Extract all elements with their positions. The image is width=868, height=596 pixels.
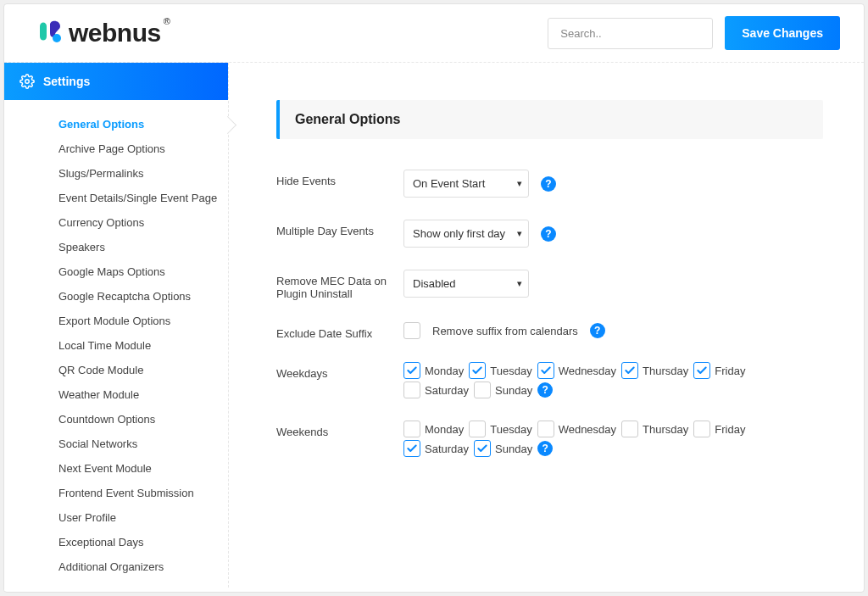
day-item: Wednesday — [537, 421, 616, 437]
sidebar: Settings General OptionsArchive Page Opt… — [4, 63, 229, 588]
checkbox-day[interactable] — [474, 382, 491, 398]
sidebar-title: Settings — [43, 75, 90, 88]
sidebar-item[interactable]: Additional Organizers — [4, 554, 228, 579]
checkbox-day[interactable] — [403, 421, 420, 437]
sidebar-item[interactable]: Archive Page Options — [4, 136, 228, 161]
checkbox-day[interactable] — [693, 421, 710, 437]
day-item: Wednesday — [537, 362, 616, 379]
sidebar-item[interactable]: Local Time Module — [4, 333, 228, 358]
day-item: Sunday — [474, 440, 532, 457]
day-label: Friday — [715, 423, 745, 436]
sidebar-item[interactable]: Countdown Options — [4, 407, 228, 432]
sidebar-item[interactable]: Event Details/Single Event Page — [4, 186, 228, 210]
sidebar-item[interactable]: Export Module Options — [4, 309, 228, 333]
day-label: Thursday — [643, 365, 688, 377]
sidebar-item[interactable]: Speakers — [4, 235, 228, 259]
select-multiple-day[interactable]: Show only first day — [403, 220, 529, 248]
day-item: Saturday — [403, 382, 469, 398]
sidebar-item[interactable]: Google Recaptcha Options — [4, 284, 228, 309]
label-multiple-day: Multiple Day Events — [276, 220, 403, 237]
checkbox-day[interactable] — [469, 362, 486, 379]
checkbox-day[interactable] — [474, 440, 491, 457]
help-icon[interactable]: ? — [541, 176, 556, 192]
svg-point-1 — [25, 80, 30, 84]
sidebar-item[interactable]: Slugs/Permalinks — [4, 161, 228, 186]
sidebar-item[interactable]: Frontend Event Submission — [4, 481, 228, 505]
day-label: Monday — [425, 423, 464, 436]
day-label: Friday — [715, 365, 745, 377]
sidebar-item[interactable]: General Options — [4, 112, 228, 136]
checkbox-day[interactable] — [537, 362, 554, 379]
label-remove-data: Remove MEC Data on Plugin Uninstall — [276, 270, 403, 300]
day-label: Sunday — [495, 384, 532, 397]
help-icon[interactable]: ? — [541, 226, 556, 242]
label-weekdays: Weekdays — [276, 362, 403, 380]
day-label: Wednesday — [559, 365, 616, 377]
sidebar-item[interactable]: Exceptional Days — [4, 530, 228, 554]
checkbox-day[interactable] — [403, 440, 420, 457]
svg-point-0 — [53, 34, 61, 42]
sidebar-item[interactable]: Google Maps Options — [4, 259, 228, 284]
sidebar-item[interactable]: QR Code Module — [4, 358, 228, 382]
checkbox-day[interactable] — [403, 362, 420, 379]
logo-mark-icon — [35, 18, 67, 48]
day-item: Thursday — [621, 421, 688, 437]
registered-mark: ® — [164, 16, 170, 26]
checkbox-day[interactable] — [693, 362, 710, 379]
label-hide-events: Hide Events — [276, 170, 403, 187]
sidebar-header[interactable]: Settings — [4, 63, 228, 100]
checkbox-day[interactable] — [537, 421, 554, 437]
day-label: Tuesday — [490, 365, 531, 377]
day-item: Monday — [403, 421, 464, 437]
header: webnus ® Save Changes — [4, 4, 864, 63]
checkbox-day[interactable] — [621, 362, 638, 379]
select-hide-events[interactable]: On Event Start — [403, 170, 529, 198]
main-panel: General Options Hide Events On Event Sta… — [229, 63, 864, 588]
day-label: Saturday — [425, 443, 469, 455]
label-weekends: Weekends — [276, 421, 403, 438]
day-item: Thursday — [621, 362, 688, 379]
brand-logo: webnus ® — [35, 18, 170, 48]
sidebar-item[interactable]: Currency Options — [4, 210, 228, 235]
help-icon[interactable]: ? — [537, 382, 553, 398]
checkbox-day[interactable] — [403, 382, 420, 398]
day-item: Sunday — [474, 382, 532, 398]
sidebar-item[interactable]: User Profile — [4, 505, 228, 530]
day-label: Sunday — [495, 443, 532, 455]
day-label: Thursday — [643, 423, 688, 436]
section-title: General Options — [276, 100, 823, 139]
sidebar-item[interactable]: Social Networks — [4, 432, 228, 456]
sidebar-item[interactable]: Next Event Module — [4, 456, 228, 481]
label-exclude-suffix: Exclude Date Suffix — [276, 322, 403, 340]
day-item: Tuesday — [469, 421, 531, 437]
save-changes-button[interactable]: Save Changes — [725, 16, 840, 50]
day-label: Saturday — [425, 384, 469, 397]
checkbox-day[interactable] — [621, 421, 638, 437]
day-item: Saturday — [403, 440, 469, 457]
day-label: Wednesday — [559, 423, 616, 436]
brand-text: webnus — [69, 19, 161, 47]
gear-icon — [19, 74, 35, 89]
day-item: Tuesday — [469, 362, 531, 379]
checkbox-exclude-suffix[interactable] — [403, 322, 420, 339]
select-remove-data[interactable]: Disabled — [403, 270, 529, 298]
day-item: Friday — [693, 421, 745, 437]
day-item: Monday — [403, 362, 464, 379]
sidebar-item[interactable]: Weather Module — [4, 382, 228, 407]
checkbox-day[interactable] — [469, 421, 486, 437]
day-label: Monday — [425, 365, 464, 377]
help-icon[interactable]: ? — [590, 323, 605, 338]
search-input[interactable] — [548, 18, 713, 49]
exclude-suffix-option: Remove suffix from calendars — [432, 325, 578, 337]
day-item: Friday — [693, 362, 745, 379]
day-label: Tuesday — [490, 423, 531, 436]
help-icon[interactable]: ? — [537, 441, 553, 456]
